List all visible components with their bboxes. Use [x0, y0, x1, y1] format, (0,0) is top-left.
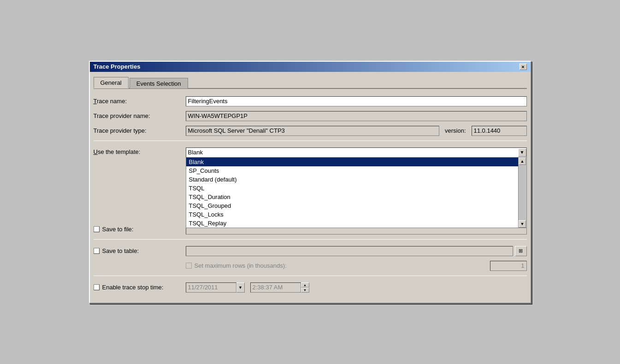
separator-3 — [94, 276, 527, 276]
template-current-value: Blank — [188, 149, 203, 156]
dialog-body: General Events Selection Trace name: Tra… — [90, 72, 531, 303]
dropdown-item-blank[interactable]: Blank — [186, 158, 518, 166]
save-to-table-row: Save to table: ⊞ — [94, 246, 527, 256]
template-dropdown-list: Blank SP_Counts Standard (default) TSQL … — [186, 158, 527, 228]
time-spinner: ▲ ▼ — [301, 282, 309, 293]
version-value-input — [472, 126, 527, 136]
tab-events-selection[interactable]: Events Selection — [130, 78, 188, 88]
save-to-table-input-area: ⊞ — [186, 246, 527, 256]
version-row: version: — [186, 126, 527, 136]
time-combo: 2:38:37 AM ▲ ▼ — [250, 282, 309, 293]
dropdown-item-tsql-grouped[interactable]: TSQL_Grouped — [186, 201, 518, 210]
scroll-up-button[interactable]: ▲ — [519, 158, 526, 165]
title-bar-text: Trace Properties — [94, 63, 141, 70]
close-button[interactable]: × — [520, 64, 527, 70]
template-label: Use the template: — [94, 147, 186, 155]
scroll-track — [519, 165, 526, 220]
separator-2 — [94, 239, 527, 240]
max-rows-checkbox — [186, 263, 192, 269]
trace-name-row: Trace name: — [94, 96, 527, 106]
dropdown-item-tsql[interactable]: TSQL — [186, 184, 518, 193]
separator-1 — [94, 141, 527, 141]
tab-bar: General Events Selection — [94, 74, 527, 89]
dropdown-item-standard[interactable]: Standard (default) — [186, 175, 518, 184]
max-rows-checkbox-area: Set maximum rows (in thousands): — [186, 262, 490, 269]
time-down-button: ▼ — [301, 288, 309, 293]
template-row: Use the template: Blank ▼ Blank SP_Count… — [94, 147, 527, 158]
max-rows-row: Set maximum rows (in thousands): — [186, 261, 527, 271]
date-dropdown-button: ▼ — [236, 282, 245, 293]
trace-provider-name-input — [186, 111, 527, 121]
stop-time-row: Enable trace stop time: 11/27/2011 ▼ 2:3… — [94, 282, 527, 293]
dropdown-item-sp-counts[interactable]: SP_Counts — [186, 166, 518, 175]
template-dropdown-arrow[interactable]: ▼ — [518, 148, 526, 157]
trace-provider-type-label: Trace provider type: — [94, 127, 186, 134]
template-container: Blank ▼ Blank SP_Counts Standard (defaul… — [186, 147, 527, 158]
title-bar: Trace Properties × — [90, 62, 531, 72]
date-combo: 11/27/2011 ▼ — [186, 282, 245, 293]
trace-provider-type-row: Trace provider type: version: — [94, 126, 527, 136]
max-rows-input — [490, 261, 527, 271]
table-browse-button[interactable]: ⊞ — [515, 246, 527, 256]
time-up-button: ▲ — [301, 282, 309, 288]
trace-provider-name-row: Trace provider name: — [94, 111, 527, 121]
trace-provider-type-input — [186, 126, 439, 136]
save-to-file-label[interactable]: Save to file: — [94, 226, 186, 233]
template-display[interactable]: Blank ▼ — [186, 147, 527, 158]
stop-time-area: 11/27/2011 ▼ 2:38:37 AM ▲ ▼ — [186, 282, 527, 293]
trace-name-label: Trace name: — [94, 98, 186, 105]
stop-time-label[interactable]: Enable trace stop time: — [94, 284, 186, 291]
tab-general[interactable]: General — [94, 77, 129, 88]
dropdown-scrollbar: ▲ ▼ — [518, 158, 526, 228]
trace-name-input[interactable] — [186, 96, 527, 106]
version-label: version: — [439, 127, 472, 134]
stop-time-checkbox[interactable] — [94, 284, 100, 290]
dropdown-item-tsql-locks[interactable]: TSQL_Locks — [186, 210, 518, 219]
save-to-file-checkbox[interactable] — [94, 226, 100, 232]
dropdown-item-tsql-replay[interactable]: TSQL_Replay — [186, 219, 518, 228]
dropdown-item-tsql-duration[interactable]: TSQL_Duration — [186, 193, 518, 201]
stop-date-input: 11/27/2011 — [186, 282, 236, 293]
dialog-window: Trace Properties × General Events Select… — [89, 61, 531, 304]
save-to-table-checkbox[interactable] — [94, 248, 100, 254]
save-to-table-input — [186, 246, 513, 256]
stop-time-input: 2:38:37 AM — [250, 282, 301, 293]
save-to-table-label[interactable]: Save to table: — [94, 247, 186, 254]
trace-provider-name-label: Trace provider name: — [94, 112, 186, 119]
scroll-down-button[interactable]: ▼ — [519, 220, 526, 228]
